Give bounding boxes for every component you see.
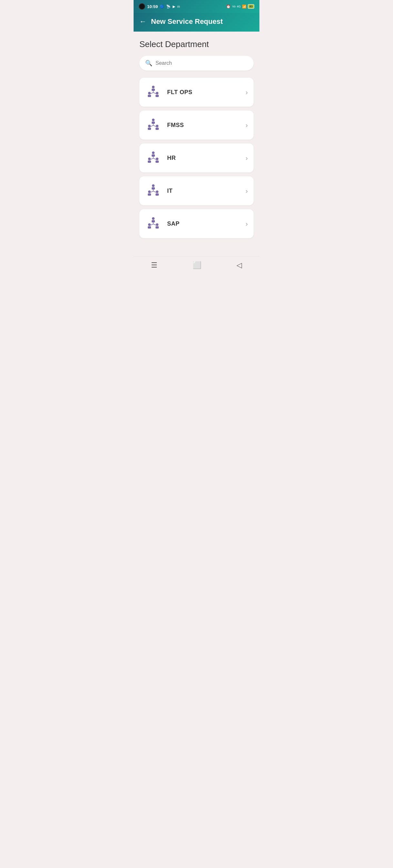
back-nav-icon[interactable]: ◁ (236, 261, 242, 270)
svg-rect-21 (148, 160, 151, 163)
dept-name-hr: HR (167, 155, 246, 161)
chevron-icon-sap: › (246, 220, 248, 227)
dept-icon-flt-ops (145, 84, 161, 100)
search-input[interactable] (156, 60, 248, 66)
status-right-icons: ⏰ Vo 4G 📶 83 (226, 4, 254, 9)
volte-icon: Vo (232, 5, 235, 8)
svg-point-36 (152, 217, 155, 220)
menu-icon[interactable]: ☰ (151, 261, 158, 270)
back-button[interactable]: ← (139, 18, 146, 25)
alarm-icon: ⏰ (226, 4, 231, 9)
svg-rect-28 (152, 187, 155, 189)
svg-point-27 (152, 184, 155, 187)
dept-icon-fmss (145, 117, 161, 133)
music-icon: ▶ (173, 4, 175, 9)
department-card-hr[interactable]: HR › (139, 144, 254, 173)
svg-point-9 (152, 119, 155, 121)
camera-indicator (139, 3, 145, 10)
dept-icon-hr (145, 150, 161, 166)
svg-rect-37 (152, 220, 155, 222)
cast-icon: 📡 (166, 4, 171, 9)
chevron-icon-it: › (246, 187, 248, 195)
department-card-it[interactable]: IT › (139, 176, 254, 205)
department-card-fmss[interactable]: FMSS › (139, 111, 254, 140)
header-title: New Service Request (151, 18, 223, 26)
search-icon: 🔍 (145, 60, 152, 67)
search-container: 🔍 (139, 56, 254, 70)
svg-rect-1 (152, 89, 155, 91)
dept-name-flt-ops: FLT OPS (167, 89, 246, 96)
app-header: ← New Service Request (134, 13, 259, 32)
battery-icon: 83 (248, 4, 254, 9)
m-icon: m (177, 5, 180, 8)
lte-icon: 4G (237, 5, 241, 8)
dept-name-fmss: FMSS (167, 122, 246, 129)
department-card-flt-ops[interactable]: FLT OPS › (139, 78, 254, 107)
svg-rect-3 (148, 95, 151, 97)
department-card-sap[interactable]: SAP › (139, 209, 254, 238)
chevron-icon-fmss: › (246, 122, 248, 129)
svg-rect-41 (156, 226, 159, 228)
svg-rect-12 (148, 128, 151, 130)
signal-icon: 📶 (242, 4, 247, 9)
chevron-icon-flt-ops: › (246, 89, 248, 96)
svg-point-18 (152, 152, 155, 154)
status-left: 10:59 🔵 📡 ▶ m (139, 3, 180, 10)
svg-rect-32 (156, 193, 159, 196)
dept-name-sap: SAP (167, 220, 246, 227)
svg-rect-30 (148, 193, 151, 196)
svg-rect-19 (152, 154, 155, 157)
svg-rect-23 (156, 160, 159, 163)
wifi-icon: 🔵 (160, 4, 164, 9)
main-content: Select Department 🔍 (134, 32, 259, 256)
dept-name-it: IT (167, 188, 246, 194)
status-bar: 10:59 🔵 📡 ▶ m ⏰ Vo 4G 📶 83 (134, 0, 259, 13)
status-time: 10:59 (147, 4, 158, 9)
svg-rect-14 (156, 128, 159, 130)
svg-rect-10 (152, 122, 155, 124)
section-title: Select Department (139, 39, 254, 49)
department-list: FLT OPS › FMSS › (139, 78, 254, 238)
svg-rect-39 (148, 226, 151, 228)
home-icon[interactable]: ⬜ (193, 261, 201, 270)
svg-point-0 (152, 86, 155, 88)
bottom-nav: ☰ ⬜ ◁ (134, 256, 259, 274)
chevron-icon-hr: › (246, 154, 248, 162)
dept-icon-it (145, 183, 161, 199)
svg-rect-5 (156, 95, 159, 97)
dept-icon-sap (145, 216, 161, 232)
